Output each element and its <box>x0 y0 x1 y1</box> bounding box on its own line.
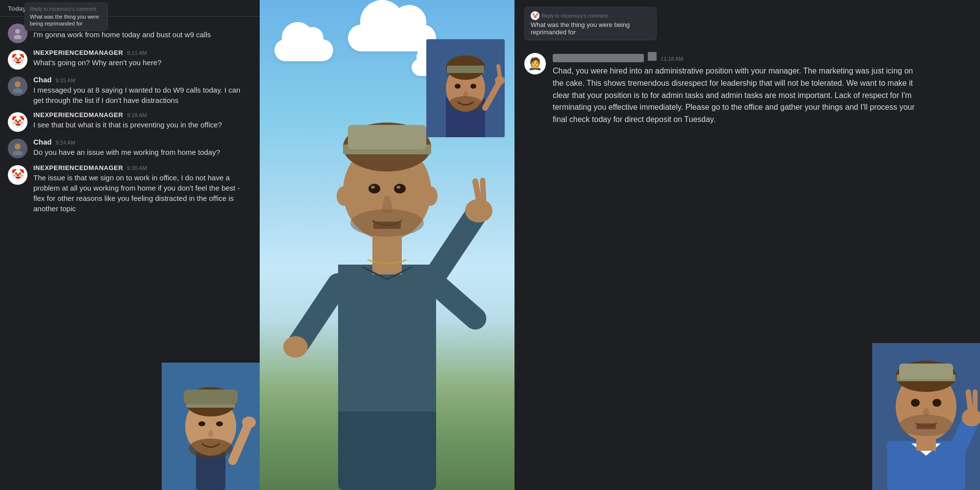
term-header: ████████████████ 11:18 AM <box>553 52 970 62</box>
message-content-2: Chad 9:15 AM I messaged you at 8 saying … <box>33 75 252 105</box>
svg-point-25 <box>368 184 380 194</box>
timestamp-4: 9:24 AM <box>56 140 75 146</box>
svg-line-66 <box>968 392 970 409</box>
video-face-left <box>162 363 260 490</box>
message-group-5: 🤡 INEXPERIENCEDMANAGER 9:30 AM The issue… <box>0 162 260 216</box>
svg-point-0 <box>15 29 20 34</box>
timestamp-2: 9:15 AM <box>56 77 75 83</box>
svg-point-12 <box>208 430 213 437</box>
timestamp-3: 9:19 AM <box>127 112 147 118</box>
message-content-1: INEXPERIENCEDMANAGER 9:11 AM What's goin… <box>33 49 252 70</box>
face-svg-left <box>162 363 260 490</box>
message-header-1: INEXPERIENCEDMANAGER 9:11 AM <box>33 49 252 56</box>
svg-point-11 <box>216 421 223 426</box>
term-text: Chad, you were hired into an administrat… <box>553 65 920 126</box>
svg-point-3 <box>13 88 23 93</box>
termination-message: 🤵 ████████████████ 11:18 AM Chad, you we… <box>514 46 980 132</box>
svg-point-44 <box>455 84 461 89</box>
term-content: ████████████████ 11:18 AM Chad, you were… <box>553 52 970 126</box>
timestamp-1: 9:11 AM <box>127 50 147 56</box>
message-group-4: Chad 9:24 AM Do you have an issue with m… <box>0 136 260 160</box>
avatar-inexperienced-1: 🤡 <box>8 50 27 70</box>
svg-point-31 <box>337 186 351 206</box>
message-text-4: Do you have an issue with me working fro… <box>33 147 252 157</box>
svg-point-60 <box>932 399 941 407</box>
svg-rect-15 <box>184 390 238 404</box>
svg-line-37 <box>475 181 479 200</box>
svg-point-28 <box>396 186 400 189</box>
reply-author-label: Reply to micemucy's comment <box>30 6 102 12</box>
video-overlay-center <box>426 39 505 137</box>
face-svg-right <box>872 343 980 490</box>
face-svg-center <box>426 39 505 137</box>
message-content-5: INEXPERIENCEDMANAGER 9:30 AM The issue i… <box>33 164 252 214</box>
message-text-2: I messaged you at 8 saying I wanted to d… <box>33 85 252 105</box>
message-text-1: What's going on? Why aren't you here? <box>33 57 252 68</box>
svg-point-10 <box>198 421 205 426</box>
reply-avatar-right: 🤡 <box>531 11 539 20</box>
svg-point-5 <box>13 150 23 155</box>
avatar-inexperienced-3: 🤡 <box>8 165 27 185</box>
center-panel <box>260 0 514 490</box>
term-timestamp: 11:18 AM <box>661 56 683 62</box>
username-chad-2: Chad <box>33 138 52 146</box>
avatar-chad-2 <box>8 139 27 158</box>
first-message-text: I'm gonna work from home today and bust … <box>33 29 211 40</box>
avatar-inexperienced-2: 🤡 <box>8 112 27 132</box>
svg-point-32 <box>423 186 438 206</box>
svg-rect-58 <box>899 364 953 379</box>
username-chad-1: Chad <box>33 75 52 84</box>
sky-background <box>260 0 514 490</box>
message-header-3: INEXPERIENCEDMANAGER 9:19 AM <box>33 111 252 119</box>
message-group-1: 🤡 INEXPERIENCEDMANAGER 9:11 AM What's go… <box>0 47 260 72</box>
message-text-5: The issue is that we sign on to work in … <box>33 172 252 214</box>
term-username-redacted: ████████████████ <box>553 54 644 62</box>
svg-point-39 <box>283 336 308 358</box>
svg-point-4 <box>15 144 21 149</box>
svg-point-27 <box>371 186 375 189</box>
svg-point-2 <box>15 81 21 87</box>
svg-point-45 <box>470 84 476 89</box>
svg-line-38 <box>483 180 484 201</box>
svg-line-51 <box>498 66 500 76</box>
svg-point-59 <box>911 399 920 407</box>
svg-rect-48 <box>447 66 484 73</box>
svg-point-13 <box>189 439 233 458</box>
left-chat-panel: Reply to micemucy's comment What was the… <box>0 0 260 490</box>
svg-line-34 <box>436 284 475 318</box>
message-group-2: Chad 9:15 AM I messaged you at 8 saying … <box>0 74 260 107</box>
reply-popup-text: What was the thing you were being reprim… <box>30 13 102 27</box>
timestamp-5: 9:30 AM <box>127 165 147 171</box>
message-header-4: Chad 9:24 AM <box>33 138 252 146</box>
term-flag-icon <box>648 52 657 61</box>
username-3: INEXPERIENCEDMANAGER <box>33 164 123 172</box>
username-2: INEXPERIENCEDMANAGER <box>33 111 123 119</box>
svg-point-26 <box>394 184 406 194</box>
svg-point-17 <box>242 416 256 428</box>
svg-rect-24 <box>348 125 426 149</box>
reply-popup-right: 🤡 Reply to micemucy's comment What was t… <box>524 7 657 40</box>
reply-popup-right-author: 🤡 Reply to micemucy's comment <box>531 11 650 20</box>
message-header-2: Chad 9:15 AM <box>33 75 252 84</box>
right-chat-panel: 🤡 Reply to micemucy's comment What was t… <box>514 0 980 490</box>
svg-line-35 <box>436 216 475 274</box>
reply-popup-left: Reply to micemucy's comment What was the… <box>24 2 108 31</box>
message-header-5: INEXPERIENCEDMANAGER 9:30 AM <box>33 164 252 172</box>
video-overlay-left <box>162 363 260 490</box>
chat-container-left: 8:14 AM I'm gonna work from home today a… <box>0 17 260 221</box>
svg-point-47 <box>448 96 483 112</box>
username-1: INEXPERIENCEDMANAGER <box>33 49 123 56</box>
svg-point-63 <box>899 415 953 436</box>
reply-popup-right-text: What was the thing you were being reprim… <box>531 21 650 36</box>
message-text-3: I see that but what is it that is preven… <box>33 120 252 130</box>
message-content-3: INEXPERIENCEDMANAGER 9:19 AM I see that … <box>33 111 252 132</box>
message-content-4: Chad 9:24 AM Do you have an issue with m… <box>33 138 252 158</box>
svg-point-1 <box>14 35 22 39</box>
svg-point-30 <box>350 209 424 237</box>
message-group-3: 🤡 INEXPERIENCEDMANAGER 9:19 AM I see tha… <box>0 109 260 134</box>
svg-line-33 <box>299 284 338 343</box>
svg-rect-19 <box>338 265 436 412</box>
manager-avatar: 🤵 <box>524 53 546 74</box>
avatar-chad-1 <box>8 76 27 96</box>
video-overlay-right <box>872 343 980 490</box>
